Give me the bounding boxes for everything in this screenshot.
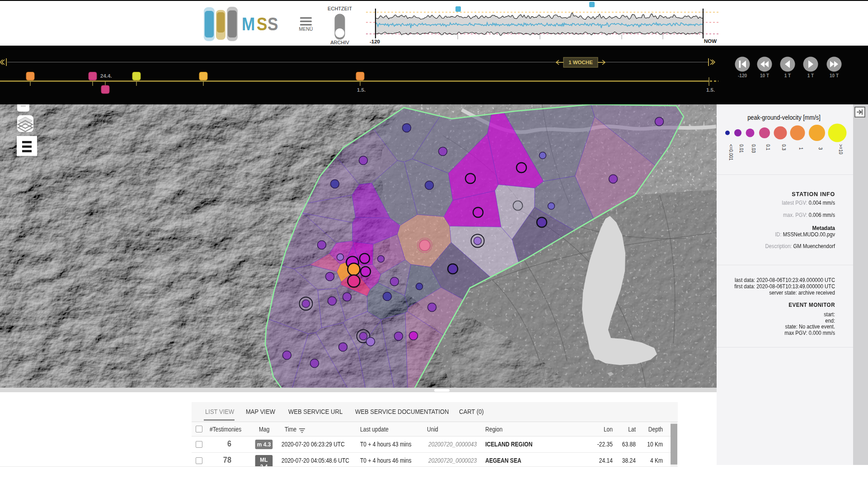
svg-text:1.5.: 1.5. bbox=[357, 87, 366, 93]
svg-text:3: 3 bbox=[818, 147, 823, 150]
svg-text:1 WOCHE: 1 WOCHE bbox=[568, 60, 593, 65]
svg-text:0.3: 0.3 bbox=[781, 144, 787, 150]
svg-text:1: 1 bbox=[798, 147, 804, 150]
svg-text:0.1: 0.1 bbox=[765, 144, 771, 150]
svg-text:>=10: >=10 bbox=[838, 144, 844, 155]
svg-text:NOW: NOW bbox=[704, 38, 717, 44]
svg-text:<=0.001: <=0.001 bbox=[728, 144, 734, 160]
svg-text:peak-ground-velocity [mm/s]: peak-ground-velocity [mm/s] bbox=[747, 114, 821, 122]
svg-text:1.5.: 1.5. bbox=[706, 87, 715, 93]
svg-text:24.4.: 24.4. bbox=[100, 73, 112, 79]
svg-text:10 T: 10 T bbox=[830, 73, 839, 78]
svg-text:0.03: 0.03 bbox=[751, 144, 756, 153]
svg-text:-120: -120 bbox=[738, 73, 747, 78]
svg-text:1 T: 1 T bbox=[784, 73, 791, 78]
svg-text:-120: -120 bbox=[370, 39, 380, 44]
svg-text:10 T: 10 T bbox=[760, 73, 769, 78]
svg-text:1 T: 1 T bbox=[807, 73, 814, 78]
svg-text:0.01: 0.01 bbox=[739, 144, 744, 153]
